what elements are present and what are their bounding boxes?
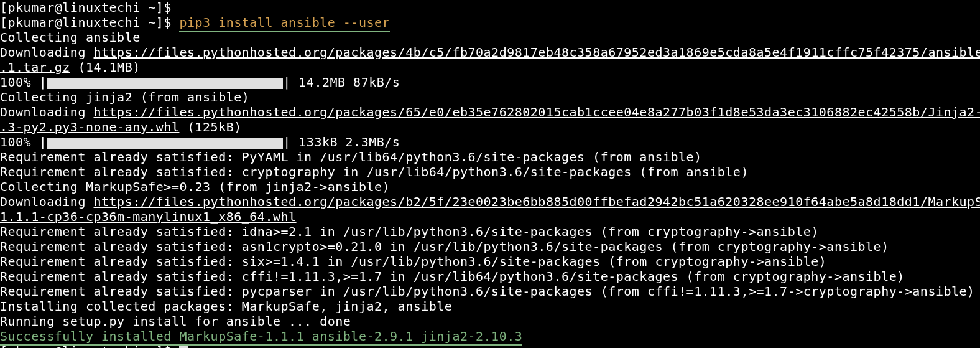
progress-percent: 100% |: [0, 75, 47, 90]
download-url-cont: .3-py2.py3-none-any.whl: [0, 120, 179, 134]
terminal-line: Collecting MarkupSafe>=0.23 (from jinja2…: [0, 179, 980, 194]
download-url-cont: 1.1.1-cp36-cp36m-manylinux1_x86_64.whl: [0, 209, 297, 224]
progress-bar: [47, 78, 283, 89]
download-url: https://files.pythonhosted.org/packages/…: [94, 105, 981, 120]
progress-info: | 14.2MB 87kB/s: [283, 75, 400, 90]
output-text: Downloading: [0, 45, 94, 60]
progress-percent: 100% |: [0, 134, 47, 149]
terminal-line: 100% || 14.2MB 87kB/s: [0, 75, 980, 90]
success-text: Successfully installed MarkupSafe-1.1.1 …: [0, 329, 522, 346]
output-text: Requirement already satisfied: pycparser…: [0, 284, 975, 299]
terminal-line: 1.1.1-cp36-cp36m-manylinux1_x86_64.whl: [0, 209, 980, 224]
terminal-line: Installing collected packages: MarkupSaf…: [0, 299, 980, 314]
terminal-line: Requirement already satisfied: pycparser…: [0, 284, 980, 299]
progress-bar: [47, 138, 283, 149]
prompt-text: [pkumar@linuxtechi ~]$: [0, 344, 179, 348]
download-url: https://files.pythonhosted.org/packages/…: [94, 194, 981, 209]
output-text: Requirement already satisfied: cryptogra…: [0, 164, 749, 179]
terminal-line: Collecting jinja2 (from ansible): [0, 90, 980, 105]
terminal-line: Collecting ansible: [0, 30, 980, 45]
download-url-cont: .1.tar.gz: [0, 60, 70, 75]
output-text: Installing collected packages: MarkupSaf…: [0, 299, 452, 314]
download-url: https://files.pythonhosted.org/packages/…: [94, 45, 981, 60]
terminal-line: Requirement already satisfied: idna>=2.1…: [0, 224, 980, 239]
terminal-line: 100% || 133kB 2.3MB/s: [0, 134, 980, 149]
output-text: Downloading: [0, 194, 94, 209]
prompt-text: [pkumar@linuxtechi ~]$: [0, 15, 179, 30]
output-text: Collecting MarkupSafe>=0.23 (from jinja2…: [0, 179, 390, 194]
prompt-text: [pkumar@linuxtechi ~]$: [0, 0, 172, 15]
terminal-line: [pkumar@linuxtechi ~]$ pip3 install ansi…: [0, 15, 980, 30]
output-text: Requirement already satisfied: asn1crypt…: [0, 239, 889, 254]
output-text: Downloading: [0, 105, 94, 120]
terminal-line: .1.tar.gz (14.1MB): [0, 60, 980, 75]
terminal-line: [pkumar@linuxtechi ~]$: [0, 0, 980, 15]
terminal-line: Downloading https://files.pythonhosted.o…: [0, 194, 980, 209]
terminal-line: Requirement already satisfied: cffi!=1.1…: [0, 269, 980, 284]
output-text: (14.1MB): [70, 60, 141, 75]
terminal-line: Requirement already satisfied: cryptogra…: [0, 164, 980, 179]
terminal-line: Downloading https://files.pythonhosted.o…: [0, 105, 980, 120]
output-text: (125kB): [179, 120, 241, 134]
terminal-line: Requirement already satisfied: six>=1.4.…: [0, 254, 980, 269]
terminal-line: Running setup.py install for ansible ...…: [0, 314, 980, 329]
progress-info: | 133kB 2.3MB/s: [283, 134, 400, 149]
output-text: Running setup.py install for ansible ...…: [0, 314, 351, 329]
terminal-line: Requirement already satisfied: PyYAML in…: [0, 149, 980, 164]
output-text: Requirement already satisfied: PyYAML in…: [0, 149, 702, 164]
output-text: Collecting jinja2 (from ansible): [0, 90, 249, 105]
output-text: Requirement already satisfied: idna>=2.1…: [0, 224, 819, 239]
output-text: Requirement already satisfied: six>=1.4.…: [0, 254, 826, 269]
terminal-line: Successfully installed MarkupSafe-1.1.1 …: [0, 329, 980, 344]
output-text: Collecting ansible: [0, 30, 141, 45]
terminal-line: Downloading https://files.pythonhosted.o…: [0, 45, 980, 60]
output-text: Requirement already satisfied: cffi!=1.1…: [0, 269, 905, 284]
command-text: pip3 install ansible --user: [179, 15, 390, 32]
terminal-line: .3-py2.py3-none-any.whl (125kB): [0, 120, 980, 134]
terminal-line: Requirement already satisfied: asn1crypt…: [0, 239, 980, 254]
